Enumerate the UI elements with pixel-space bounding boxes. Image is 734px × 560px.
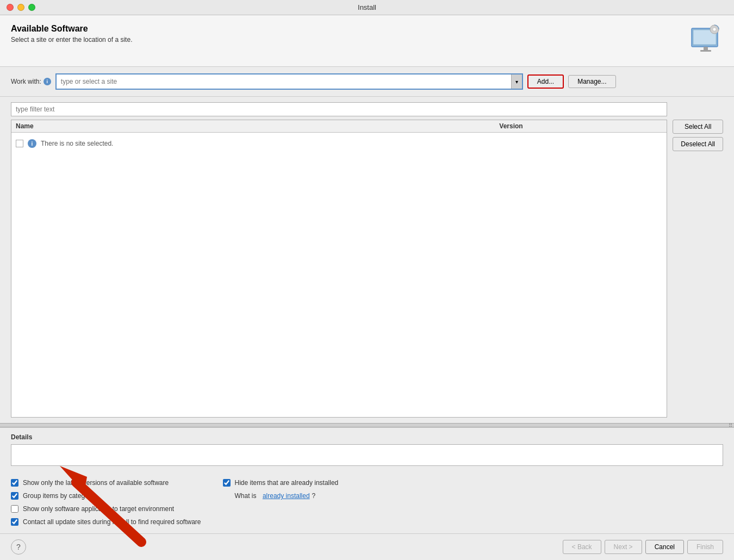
next-button[interactable]: Next > — [605, 540, 642, 554]
bottom-buttons: < Back Next > Cancel Finish — [563, 540, 723, 554]
page-title: Available Software — [11, 24, 132, 34]
options-wrapper: Show only the latest versions of availab… — [0, 471, 734, 533]
column-name: Name — [16, 122, 499, 130]
bottom-bar: ? < Back Next > Cancel Finish — [0, 533, 734, 560]
options-left: Show only the latest versions of availab… — [11, 479, 201, 526]
show-latest-row: Show only the latest versions of availab… — [11, 479, 201, 487]
options-section: Show only the latest versions of availab… — [0, 471, 734, 533]
table-row: i There is no site selected. — [16, 137, 662, 150]
show-latest-label: Show only the latest versions of availab… — [23, 479, 169, 487]
group-category-label: Group items by category — [23, 492, 94, 500]
maximize-button[interactable] — [28, 4, 35, 11]
left-panel: Name Version i There is no site selected… — [11, 102, 667, 418]
contact-update-checkbox[interactable] — [11, 518, 18, 526]
cancel-button[interactable]: Cancel — [645, 540, 684, 554]
resize-handle[interactable]: ⠿ — [0, 423, 734, 427]
computer-icon — [688, 24, 723, 59]
close-button[interactable] — [7, 4, 14, 11]
details-section: Details — [0, 427, 734, 471]
show-applicable-checkbox[interactable] — [11, 505, 18, 513]
svg-point-5 — [713, 28, 716, 31]
already-installed-text: What is — [235, 492, 257, 500]
hide-installed-checkbox[interactable] — [223, 479, 231, 487]
svg-rect-2 — [704, 47, 708, 50]
table-body: i There is no site selected. — [11, 133, 667, 417]
finish-button[interactable]: Finish — [687, 540, 723, 554]
already-installed-suffix: ? — [312, 492, 316, 500]
group-category-checkbox[interactable] — [11, 492, 18, 500]
site-input[interactable] — [57, 74, 511, 89]
no-site-message: There is no site selected. — [41, 140, 113, 147]
work-with-row: Work with: i ▾ Add... Manage... — [0, 67, 734, 97]
select-all-button[interactable]: Select All — [673, 120, 723, 134]
right-buttons: Select All Deselect All — [673, 102, 723, 418]
hide-installed-row: Hide items that are already installed — [223, 479, 339, 487]
details-label: Details — [11, 433, 723, 441]
work-with-label: Work with: i — [11, 78, 51, 85]
page-subtitle: Select a site or enter the location of a… — [11, 36, 132, 43]
group-category-row: Group items by category — [11, 492, 201, 500]
contact-update-row: Contact all update sites during install … — [11, 518, 201, 526]
header-text: Available Software Select a site or ente… — [11, 24, 132, 43]
already-installed-row: What is already installed ? — [223, 492, 339, 500]
add-button[interactable]: Add... — [527, 74, 564, 89]
show-latest-checkbox[interactable] — [11, 479, 18, 487]
content-area: Name Version i There is no site selected… — [0, 97, 734, 423]
row-info-icon: i — [28, 139, 36, 148]
site-dropdown-wrapper[interactable]: ▾ — [55, 73, 523, 90]
column-version: Version — [499, 122, 662, 130]
back-button[interactable]: < Back — [563, 540, 601, 554]
contact-update-label: Contact all update sites during install … — [23, 518, 201, 526]
title-bar: Install — [0, 0, 734, 15]
dialog-body: Available Software Select a site or ente… — [0, 15, 734, 560]
window-controls — [7, 4, 35, 11]
details-box — [11, 444, 723, 466]
deselect-all-button[interactable]: Deselect All — [673, 137, 723, 151]
row-checkbox[interactable] — [16, 140, 23, 147]
dropdown-arrow-icon[interactable]: ▾ — [511, 74, 522, 89]
window-title: Install — [358, 3, 376, 11]
table-header: Name Version — [11, 120, 667, 133]
already-installed-link[interactable]: already installed — [263, 492, 310, 500]
options-right: Hide items that are already installed Wh… — [223, 479, 339, 526]
help-button[interactable]: ? — [11, 539, 26, 555]
hide-installed-label: Hide items that are already installed — [235, 479, 339, 487]
show-applicable-label: Show only software applicable to target … — [23, 505, 174, 513]
show-applicable-row: Show only software applicable to target … — [11, 505, 201, 513]
svg-rect-3 — [700, 50, 711, 52]
filter-input[interactable] — [11, 102, 667, 116]
info-icon: i — [43, 78, 51, 85]
software-table: Name Version i There is no site selected… — [11, 120, 667, 418]
header-section: Available Software Select a site or ente… — [0, 15, 734, 67]
manage-button[interactable]: Manage... — [568, 75, 615, 88]
minimize-button[interactable] — [17, 4, 24, 11]
